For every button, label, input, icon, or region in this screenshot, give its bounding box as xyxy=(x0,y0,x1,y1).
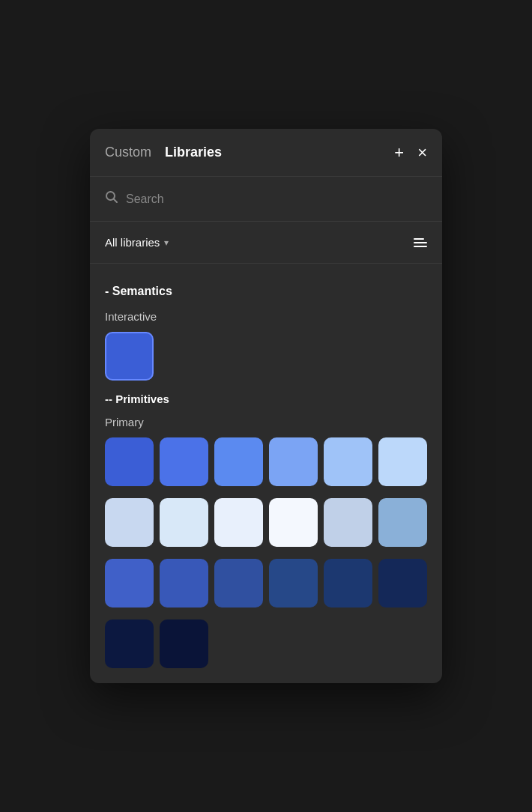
list-icon-line-2 xyxy=(414,242,427,243)
primary-row-1 xyxy=(105,437,427,486)
color-swatch[interactable] xyxy=(105,437,154,486)
chevron-down-icon: ▾ xyxy=(164,237,169,248)
tab-libraries[interactable]: Libraries xyxy=(165,145,222,160)
color-swatch[interactable] xyxy=(214,437,263,486)
add-icon[interactable]: + xyxy=(394,145,404,161)
color-swatch[interactable] xyxy=(214,559,263,608)
close-icon[interactable]: × xyxy=(417,145,427,161)
svg-line-1 xyxy=(114,199,118,203)
color-swatch[interactable] xyxy=(160,619,208,668)
interactive-label: Interactive xyxy=(105,310,427,323)
search-input[interactable] xyxy=(126,193,427,206)
search-bar xyxy=(90,177,442,222)
color-swatch[interactable] xyxy=(105,619,154,668)
color-swatch[interactable] xyxy=(269,437,318,486)
primary-label: Primary xyxy=(105,416,427,428)
color-swatch[interactable] xyxy=(160,498,208,547)
color-swatch[interactable] xyxy=(160,437,208,486)
color-swatch[interactable] xyxy=(269,559,318,608)
color-swatch[interactable] xyxy=(269,498,318,547)
panel: Custom Libraries + × All libraries ▾ - xyxy=(90,129,442,683)
list-view-icon[interactable] xyxy=(414,238,427,247)
content-area: - Semantics Interactive -- Primitives Pr… xyxy=(90,264,442,683)
primary-row-3 xyxy=(105,559,427,608)
color-swatch[interactable] xyxy=(214,498,263,547)
primitives-section-header: -- Primitives xyxy=(105,393,427,405)
color-swatch[interactable] xyxy=(324,559,372,608)
color-swatch[interactable] xyxy=(160,559,208,608)
list-icon-line-3 xyxy=(414,246,427,247)
color-swatch[interactable] xyxy=(324,437,372,486)
color-swatch[interactable] xyxy=(105,559,154,608)
filter-dropdown[interactable]: All libraries ▾ xyxy=(105,236,169,249)
list-icon-line-1 xyxy=(414,238,424,240)
search-icon xyxy=(105,190,118,207)
primary-row-4 xyxy=(105,619,427,668)
panel-header: Custom Libraries + × xyxy=(90,129,442,177)
interactive-swatch[interactable] xyxy=(105,332,154,381)
primary-row-2 xyxy=(105,498,427,547)
filter-bar: All libraries ▾ xyxy=(90,222,442,264)
semantics-section-header: - Semantics xyxy=(105,285,427,298)
tab-custom[interactable]: Custom xyxy=(105,145,151,160)
filter-label-text: All libraries xyxy=(105,236,160,249)
color-swatch[interactable] xyxy=(378,498,427,547)
color-swatch[interactable] xyxy=(378,559,427,608)
color-swatch[interactable] xyxy=(324,498,372,547)
color-swatch[interactable] xyxy=(105,498,154,547)
color-swatch[interactable] xyxy=(378,437,427,486)
